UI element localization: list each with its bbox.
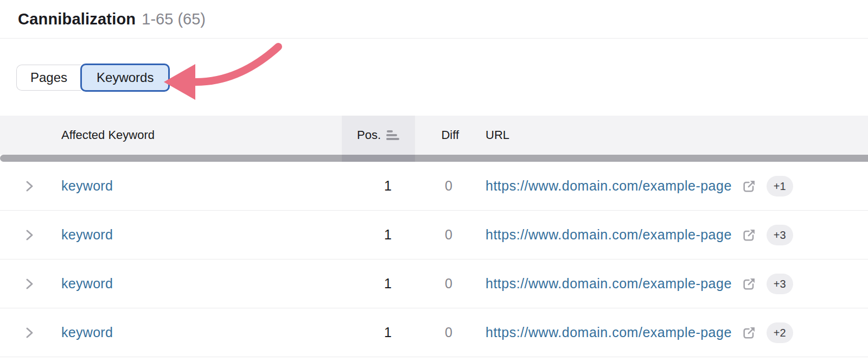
chevron-right-icon bbox=[24, 179, 35, 193]
table-row: keyword 1 0 https://www.domain.com/examp… bbox=[0, 259, 868, 308]
table-row: keyword 1 0 https://www.domain.com/examp… bbox=[0, 162, 868, 211]
table-row: keyword 1 0 https://www.domain.com/examp… bbox=[0, 308, 868, 357]
expand-row-button[interactable] bbox=[0, 228, 49, 242]
column-header-url[interactable]: URL bbox=[461, 116, 868, 155]
column-header-pos[interactable]: Pos. bbox=[342, 116, 415, 155]
column-label: Diff bbox=[441, 128, 459, 142]
report-header: Cannibalization 1-65 (65) bbox=[0, 0, 868, 39]
table-header-row: Affected Keyword Pos. Diff URL bbox=[0, 116, 868, 155]
keyword-link[interactable]: keyword bbox=[61, 325, 113, 340]
chevron-right-icon bbox=[24, 228, 35, 242]
url-link[interactable]: https://www.domain.com/example-page bbox=[486, 227, 732, 243]
more-urls-badge[interactable]: +2 bbox=[767, 322, 793, 343]
cannibalization-table: Affected Keyword Pos. Diff URL bbox=[0, 116, 868, 357]
position-value: 1 bbox=[342, 325, 415, 340]
diff-value: 0 bbox=[415, 227, 461, 243]
external-link-icon[interactable] bbox=[742, 227, 757, 243]
column-header-affected-keyword[interactable]: Affected Keyword bbox=[49, 116, 342, 155]
cannibalization-report: Cannibalization 1-65 (65) Pages Keywords… bbox=[0, 0, 868, 361]
keyword-link[interactable]: keyword bbox=[61, 178, 113, 194]
url-link[interactable]: https://www.domain.com/example-page bbox=[486, 325, 732, 340]
more-urls-badge[interactable]: +3 bbox=[767, 225, 793, 245]
view-toggle: Pages Keywords bbox=[16, 65, 170, 92]
chevron-right-icon bbox=[24, 277, 35, 291]
expand-row-button[interactable] bbox=[0, 277, 49, 291]
keyword-link[interactable]: keyword bbox=[61, 276, 113, 292]
url-link[interactable]: https://www.domain.com/example-page bbox=[486, 276, 732, 292]
tab-pages[interactable]: Pages bbox=[16, 65, 81, 91]
tab-keywords[interactable]: Keywords bbox=[80, 64, 170, 92]
position-value: 1 bbox=[342, 178, 415, 194]
expand-row-button[interactable] bbox=[0, 179, 49, 193]
scrollbar-column-shade bbox=[342, 155, 415, 162]
column-header-diff[interactable]: Diff bbox=[415, 116, 461, 155]
expand-column-header bbox=[0, 116, 49, 155]
sort-ascending-icon bbox=[386, 130, 400, 141]
page-title: Cannibalization bbox=[18, 10, 136, 28]
column-label: Pos. bbox=[357, 128, 381, 142]
annotation-arrow-icon bbox=[152, 38, 288, 103]
horizontal-scrollbar[interactable] bbox=[0, 155, 868, 162]
external-link-icon[interactable] bbox=[742, 179, 757, 194]
external-link-icon[interactable] bbox=[742, 325, 757, 340]
more-urls-badge[interactable]: +1 bbox=[767, 176, 793, 197]
more-urls-badge[interactable]: +3 bbox=[767, 274, 793, 294]
column-label: Affected Keyword bbox=[61, 128, 155, 142]
keyword-link[interactable]: keyword bbox=[61, 227, 113, 243]
position-value: 1 bbox=[342, 276, 415, 292]
result-count: 1-65 (65) bbox=[142, 10, 206, 28]
diff-value: 0 bbox=[415, 276, 461, 292]
chevron-right-icon bbox=[24, 326, 35, 340]
external-link-icon[interactable] bbox=[742, 276, 757, 292]
column-label: URL bbox=[486, 128, 509, 142]
position-value: 1 bbox=[342, 227, 415, 243]
table-row: keyword 1 0 https://www.domain.com/examp… bbox=[0, 211, 868, 259]
diff-value: 0 bbox=[415, 178, 461, 194]
url-link[interactable]: https://www.domain.com/example-page bbox=[486, 178, 732, 194]
diff-value: 0 bbox=[415, 325, 461, 340]
expand-row-button[interactable] bbox=[0, 326, 49, 340]
